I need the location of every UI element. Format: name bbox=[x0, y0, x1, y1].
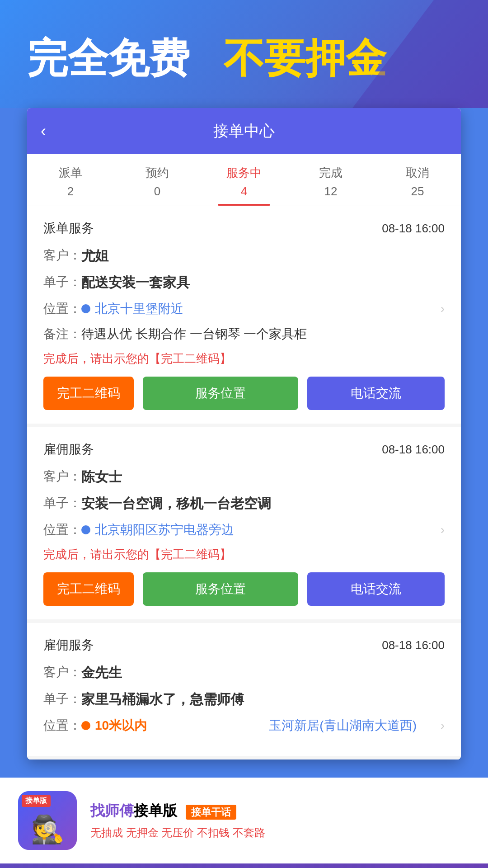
card-1-call-button[interactable]: 电话交流 bbox=[307, 377, 445, 410]
chevron-icon-3: › bbox=[441, 718, 445, 733]
tab-in-service-label: 服务中 bbox=[226, 165, 262, 181]
card-3-customer-value: 金先生 bbox=[81, 664, 122, 682]
card-2-customer-row: 客户： 陈女士 bbox=[43, 468, 445, 486]
card-1-order-label: 单子： bbox=[43, 274, 81, 291]
hero-section: 完全免费 不要押金 bbox=[0, 0, 488, 108]
card-2-actions: 完工二维码 服务位置 电话交流 bbox=[43, 572, 445, 606]
card-1-customer-value: 尤姐 bbox=[81, 247, 108, 265]
card-3-location-label: 位置： bbox=[43, 717, 81, 734]
app-header: ‹ 接单中心 bbox=[27, 108, 461, 154]
card-2-customer-value: 陈女士 bbox=[81, 468, 122, 486]
card-3-order-label: 单子： bbox=[43, 690, 81, 708]
card-1-qr-link[interactable]: 完工二维码 bbox=[161, 352, 220, 365]
card-1-actions: 完工二维码 服务位置 电话交流 bbox=[43, 377, 445, 410]
card-3-location-content: 10米以内 玉河新居(青山湖南大道西) bbox=[81, 717, 441, 734]
banner-title: 找师傅接单版 接单干话 bbox=[90, 801, 470, 821]
card-1-location-button[interactable]: 服务位置 bbox=[143, 377, 298, 410]
tab-cancel[interactable]: 取消 25 bbox=[374, 154, 461, 206]
header-title: 接单中心 bbox=[213, 121, 275, 142]
card-1-qr-prompt: 完成后，请出示您的【完工二维码】 bbox=[43, 351, 445, 367]
tab-reservation[interactable]: 预约 0 bbox=[114, 154, 201, 206]
card-1-note-value: 待遇从优 长期合作 一台钢琴 一个家具柜 bbox=[81, 326, 307, 343]
tab-dispatch[interactable]: 派单 2 bbox=[27, 154, 114, 206]
card-1-order-row: 单子： 配送安装一套家具 bbox=[43, 274, 445, 292]
tab-in-service-count: 4 bbox=[241, 184, 247, 198]
card-2-location-button[interactable]: 服务位置 bbox=[143, 572, 298, 606]
card-2-location-content: 北京朝阳区苏宁电器旁边 bbox=[81, 521, 441, 538]
hero-title-yellow: 不要押金 bbox=[224, 36, 386, 81]
card-3-order-value: 家里马桶漏水了，急需师傅 bbox=[81, 690, 244, 709]
banner-subtitle: 无抽成 无押金 无压价 不扣钱 不套路 bbox=[90, 826, 470, 840]
card-2-order-value: 安装一台空调，移机一台老空调 bbox=[81, 495, 271, 513]
card-2-type: 雇佣服务 bbox=[43, 441, 94, 458]
banner-title-badge: 接单干话 bbox=[186, 805, 236, 820]
card-2-call-button[interactable]: 电话交流 bbox=[307, 572, 445, 606]
location-icon-3 bbox=[81, 721, 90, 730]
card-2-qr-link[interactable]: 完工二维码 bbox=[161, 547, 220, 561]
app-banner[interactable]: 接单版 🕵️ 找师傅接单版 接单干话 无抽成 无押金 无压价 不扣钱 不套路 bbox=[0, 778, 488, 863]
banner-sub-text: 无抽成 无押金 无压价 不扣钱 不套路 bbox=[90, 826, 265, 839]
card-2-customer-label: 客户： bbox=[43, 468, 81, 485]
card-2-qr-button[interactable]: 完工二维码 bbox=[43, 572, 134, 606]
card-3-time: 08-18 16:00 bbox=[382, 638, 445, 652]
banner-icon: 接单版 🕵️ bbox=[18, 791, 77, 850]
tab-in-service[interactable]: 服务中 4 bbox=[201, 154, 287, 206]
card-1-time: 08-18 16:00 bbox=[382, 222, 445, 236]
tab-complete[interactable]: 完成 12 bbox=[287, 154, 374, 206]
card-1-type: 派单服务 bbox=[43, 220, 94, 237]
chevron-icon-2: › bbox=[441, 523, 445, 537]
tab-cancel-count: 25 bbox=[411, 184, 424, 198]
card-3-location-row[interactable]: 位置： 10米以内 玉河新居(青山湖南大道西) › bbox=[43, 717, 445, 734]
card-1-order-value: 配送安装一套家具 bbox=[81, 274, 190, 292]
tabs-bar: 派单 2 预约 0 服务中 4 完成 12 取消 25 bbox=[27, 154, 461, 206]
app-container: ‹ 接单中心 派单 2 预约 0 服务中 4 完成 1 bbox=[0, 108, 488, 778]
card-2-qr-prompt: 完成后，请出示您的【完工二维码】 bbox=[43, 547, 445, 562]
tab-reservation-count: 0 bbox=[154, 184, 160, 198]
card-2-location-row[interactable]: 位置： 北京朝阳区苏宁电器旁边 › bbox=[43, 521, 445, 538]
card-1-location-value: 北京十里堡附近 bbox=[95, 300, 441, 317]
location-icon-1 bbox=[81, 304, 90, 313]
service-card-3: 雇佣服务 08-18 16:00 客户： 金先生 单子： 家里马桶漏水了，急需师… bbox=[27, 623, 461, 760]
banner-text: 找师傅接单版 接单干话 无抽成 无押金 无压价 不扣钱 不套路 bbox=[90, 801, 470, 840]
card-1-header: 派单服务 08-18 16:00 bbox=[43, 220, 445, 237]
card-3-location-value: 玉河新居(青山湖南大道西) bbox=[269, 717, 440, 734]
card-3-order-row: 单子： 家里马桶漏水了，急需师傅 bbox=[43, 690, 445, 709]
card-1-location-content: 北京十里堡附近 bbox=[81, 300, 441, 317]
tab-reservation-label: 预约 bbox=[145, 165, 169, 181]
card-1-customer-label: 客户： bbox=[43, 247, 81, 264]
card-1-customer-row: 客户： 尤姐 bbox=[43, 247, 445, 265]
card-3-customer-label: 客户： bbox=[43, 664, 81, 681]
banner-title-purple: 找师傅 bbox=[90, 802, 134, 819]
card-2-location-value: 北京朝阳区苏宁电器旁边 bbox=[95, 521, 441, 538]
card-2-header: 雇佣服务 08-18 16:00 bbox=[43, 441, 445, 458]
banner-icon-figure: 🕵️ bbox=[31, 813, 65, 845]
card-1-qr-button[interactable]: 完工二维码 bbox=[43, 377, 134, 410]
card-2-location-label: 位置： bbox=[43, 521, 81, 538]
location-icon-2 bbox=[81, 525, 90, 534]
service-card-1: 派单服务 08-18 16:00 客户： 尤姐 单子： 配送安装一套家具 位置：… bbox=[27, 206, 461, 427]
tab-cancel-label: 取消 bbox=[406, 165, 429, 181]
card-3-customer-row: 客户： 金先生 bbox=[43, 664, 445, 682]
card-2-order-label: 单子： bbox=[43, 495, 81, 512]
tab-dispatch-count: 2 bbox=[67, 184, 74, 198]
banner-icon-inner: 接单版 🕵️ bbox=[18, 791, 77, 850]
card-1-note-label: 备注： bbox=[43, 326, 81, 343]
tab-complete-count: 12 bbox=[324, 184, 338, 198]
card-2-order-row: 单子： 安装一台空调，移机一台老空调 bbox=[43, 495, 445, 513]
card-3-distance: 10米以内 bbox=[95, 717, 266, 734]
tab-dispatch-label: 派单 bbox=[59, 165, 82, 181]
hero-title: 完全免费 不要押金 bbox=[27, 36, 386, 81]
card-1-location-label: 位置： bbox=[43, 300, 81, 317]
hero-title-white: 完全免费 bbox=[27, 36, 190, 81]
phone-ui: ‹ 接单中心 派单 2 预约 0 服务中 4 完成 1 bbox=[27, 108, 461, 760]
card-3-type: 雇佣服务 bbox=[43, 637, 94, 654]
card-2-time: 08-18 16:00 bbox=[382, 443, 445, 457]
service-card-2: 雇佣服务 08-18 16:00 客户： 陈女士 单子： 安装一台空调，移机一台… bbox=[27, 427, 461, 623]
card-3-header: 雇佣服务 08-18 16:00 bbox=[43, 637, 445, 654]
chevron-icon-1: › bbox=[441, 302, 445, 316]
back-button[interactable]: ‹ bbox=[41, 122, 46, 141]
card-1-note-row: 备注： 待遇从优 长期合作 一台钢琴 一个家具柜 bbox=[43, 326, 445, 343]
banner-title-black: 接单版 bbox=[134, 802, 177, 819]
card-1-location-row[interactable]: 位置： 北京十里堡附近 › bbox=[43, 300, 445, 317]
banner-icon-badge: 接单版 bbox=[22, 795, 51, 807]
